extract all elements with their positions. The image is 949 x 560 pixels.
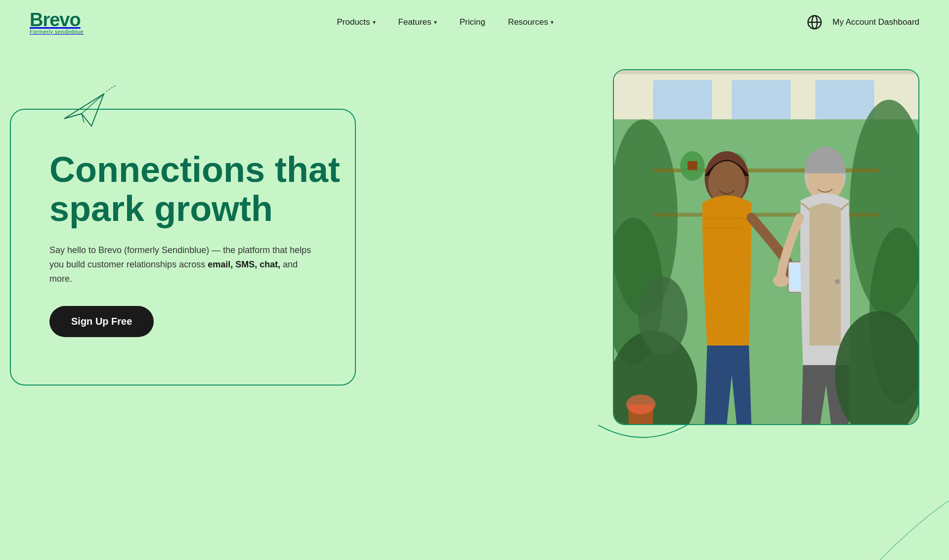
hero-content: Connections that spark growth Say hello …: [49, 64, 366, 337]
svg-point-35: [626, 394, 656, 414]
svg-rect-8: [653, 80, 712, 120]
svg-point-29: [773, 274, 789, 287]
paper-plane-area: [59, 84, 366, 135]
svg-rect-19: [688, 161, 697, 170]
svg-rect-9: [732, 80, 790, 120]
nav-resources-label: Resources: [508, 17, 548, 27]
paper-plane-icon: [59, 84, 119, 133]
nav-products-label: Products: [337, 17, 370, 27]
brand-subtitle: Formerly sendinblue: [30, 29, 84, 35]
main-nav: Brevo Formerly sendinblue Products ▾ Fea…: [0, 0, 949, 44]
hero-photo: [614, 70, 918, 424]
chevron-down-icon: ▾: [551, 19, 554, 26]
chevron-down-icon: ▾: [434, 19, 437, 26]
nav-products[interactable]: Products ▾: [328, 12, 384, 32]
nav-right: My Account Dashboard: [807, 14, 919, 30]
brand-name: Brevo: [30, 10, 84, 29]
svg-rect-7: [614, 70, 918, 74]
hero-image-container: [613, 69, 919, 425]
svg-point-33: [638, 277, 687, 355]
signup-button[interactable]: Sign Up Free: [49, 306, 154, 337]
nav-resources[interactable]: Resources ▾: [499, 12, 562, 32]
hero-title: Connections that spark growth: [49, 150, 346, 228]
nav-pricing[interactable]: Pricing: [451, 12, 494, 32]
brand-logo[interactable]: Brevo Formerly sendinblue: [30, 10, 84, 35]
decorative-curve: [593, 420, 692, 450]
svg-rect-10: [815, 80, 874, 120]
svg-point-30: [835, 279, 840, 284]
nav-features[interactable]: Features ▾: [389, 12, 446, 32]
nav-links: Products ▾ Features ▾ Pricing Resources …: [328, 12, 562, 32]
corner-decoration: [880, 501, 949, 560]
hero-desc-bold: email, SMS, chat,: [208, 259, 280, 269]
nav-pricing-label: Pricing: [460, 17, 485, 27]
globe-icon[interactable]: [807, 14, 822, 30]
hero-description: Say hello to Brevo (formerly Sendinblue)…: [49, 243, 316, 286]
nav-features-label: Features: [398, 17, 431, 27]
chevron-down-icon: ▾: [373, 19, 376, 26]
hero-section: Connections that spark growth Say hello …: [0, 44, 949, 560]
account-dashboard-link[interactable]: My Account Dashboard: [832, 17, 919, 27]
hero-image-area: [366, 64, 919, 425]
